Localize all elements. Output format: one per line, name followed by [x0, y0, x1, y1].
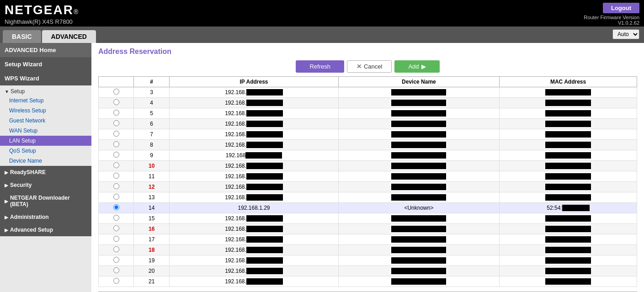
- row-radio[interactable]: [113, 110, 119, 116]
- mac-redacted-row: [545, 142, 591, 148]
- row-radio[interactable]: [113, 183, 119, 189]
- row-mac: [500, 140, 637, 150]
- row-radio[interactable]: [113, 89, 119, 95]
- logout-button[interactable]: Logout: [603, 3, 639, 13]
- sidebar-item-internet-setup[interactable]: Internet Setup: [0, 96, 91, 106]
- auto-select[interactable]: Auto: [612, 29, 639, 39]
- firmware-info: Router Firmware Version V1.0.2.62: [584, 15, 639, 26]
- ip-redacted: [246, 278, 283, 285]
- table-row: 11192.168.: [99, 171, 637, 182]
- cancel-button[interactable]: ✕ Cancel: [347, 60, 392, 73]
- row-radio-cell: [99, 203, 134, 213]
- mac-redacted-row: [545, 100, 591, 106]
- ip-redacted: [246, 121, 283, 127]
- row-radio-cell: [99, 108, 134, 119]
- row-radio[interactable]: [113, 278, 119, 284]
- row-mac: [500, 171, 637, 182]
- sidebar-advanced-setup[interactable]: Advanced Setup: [0, 223, 91, 236]
- row-ip: 192.168.1.29: [170, 203, 339, 213]
- sidebar-readyshare[interactable]: ReadySHARE: [0, 166, 91, 179]
- ip-redacted: [246, 163, 283, 169]
- ip-redacted: [246, 247, 283, 253]
- sidebar-section-setup[interactable]: Setup: [0, 85, 91, 96]
- row-mac: [500, 245, 637, 255]
- sidebar-item-device-name[interactable]: Device Name: [0, 156, 91, 166]
- sidebar-security[interactable]: Security: [0, 179, 91, 191]
- row-mac: [500, 87, 637, 98]
- sidebar: ADVANCED Home Setup Wizard WPS Wizard Se…: [0, 43, 91, 292]
- row-radio[interactable]: [113, 204, 119, 210]
- sidebar-item-lan-setup[interactable]: LAN Setup: [0, 136, 91, 146]
- row-mac: [500, 108, 637, 119]
- row-radio[interactable]: [113, 152, 119, 158]
- row-num: 4: [134, 98, 170, 108]
- row-num: 9: [134, 150, 170, 161]
- mac-redacted-row: [545, 236, 591, 243]
- row-device-name: [338, 266, 499, 276]
- sidebar-netgear-downloader[interactable]: NETGEAR Downloader (BETA): [0, 191, 91, 211]
- table-row: 13192.168.: [99, 192, 637, 203]
- row-mac: [500, 276, 637, 287]
- row-radio-cell: [99, 234, 134, 245]
- sidebar-item-wan-setup[interactable]: WAN Setup: [0, 126, 91, 136]
- row-radio[interactable]: [113, 236, 119, 242]
- ip-redacted: [246, 131, 283, 138]
- tab-basic[interactable]: BASIC: [3, 30, 41, 43]
- table-body: 3192.168.4192.168.5192.168.6192.168.7192…: [99, 87, 637, 287]
- row-radio[interactable]: [113, 257, 119, 263]
- tab-bar: BASIC ADVANCED Auto: [0, 27, 644, 43]
- mac-redacted-row: [545, 110, 591, 117]
- row-radio[interactable]: [113, 141, 119, 147]
- name-redacted: [391, 215, 446, 222]
- col-header-mac: MAC Address: [500, 77, 637, 87]
- sidebar-wps-wizard[interactable]: WPS Wizard: [0, 71, 91, 85]
- tab-advanced[interactable]: ADVANCED: [42, 30, 96, 43]
- row-ip: 192.168.: [170, 234, 339, 245]
- row-radio[interactable]: [113, 194, 119, 200]
- table-row: 3192.168.: [99, 87, 637, 98]
- row-radio[interactable]: [113, 267, 119, 273]
- row-radio[interactable]: [113, 215, 119, 221]
- row-radio[interactable]: [113, 99, 119, 105]
- row-num: 15: [134, 213, 170, 224]
- header-right: Logout Router Firmware Version V1.0.2.62: [584, 3, 639, 26]
- refresh-button[interactable]: Refresh: [296, 60, 344, 73]
- row-ip: 192.168.: [170, 108, 339, 119]
- row-num: 12: [134, 182, 170, 192]
- name-redacted: [391, 121, 446, 127]
- row-radio-cell: [99, 182, 134, 192]
- ip-redacted: [245, 152, 282, 159]
- row-radio[interactable]: [113, 246, 119, 252]
- sidebar-administration[interactable]: Administration: [0, 211, 91, 223]
- add-button[interactable]: Add ▶: [394, 60, 439, 73]
- sidebar-item-guest-network[interactable]: Guest Network: [0, 116, 91, 126]
- row-num: 14: [134, 203, 170, 213]
- sidebar-item-qos-setup[interactable]: QoS Setup: [0, 146, 91, 156]
- row-device-name: [338, 182, 499, 192]
- row-radio[interactable]: [113, 162, 119, 168]
- row-radio[interactable]: [113, 120, 119, 126]
- row-ip: 192.168.: [170, 161, 339, 171]
- row-radio[interactable]: [113, 131, 119, 137]
- sidebar-advanced-home[interactable]: ADVANCED Home: [0, 43, 91, 57]
- logo: NETGEAR ®: [5, 3, 78, 17]
- main-layout: ADVANCED Home Setup Wizard WPS Wizard Se…: [0, 43, 644, 292]
- sidebar-setup-wizard[interactable]: Setup Wizard: [0, 57, 91, 71]
- row-radio[interactable]: [113, 173, 119, 179]
- row-num: 18: [134, 245, 170, 255]
- name-redacted: [391, 152, 446, 159]
- sidebar-item-wireless-setup[interactable]: Wireless Setup: [0, 106, 91, 116]
- row-radio[interactable]: [113, 225, 119, 231]
- ip-redacted: [246, 89, 283, 96]
- table-row: 19192.168.: [99, 255, 637, 266]
- cancel-x-icon: ✕: [357, 63, 362, 70]
- row-device-name: [338, 245, 499, 255]
- logo-trademark: ®: [74, 8, 78, 16]
- ip-redacted: [246, 194, 283, 201]
- name-redacted: [391, 236, 446, 243]
- content-area: Address Reservation Refresh ✕ Cancel Add…: [91, 43, 644, 292]
- table-row: 6192.168.: [99, 119, 637, 129]
- ip-redacted: [246, 257, 283, 264]
- row-radio-cell: [99, 140, 134, 150]
- row-device-name: [338, 171, 499, 182]
